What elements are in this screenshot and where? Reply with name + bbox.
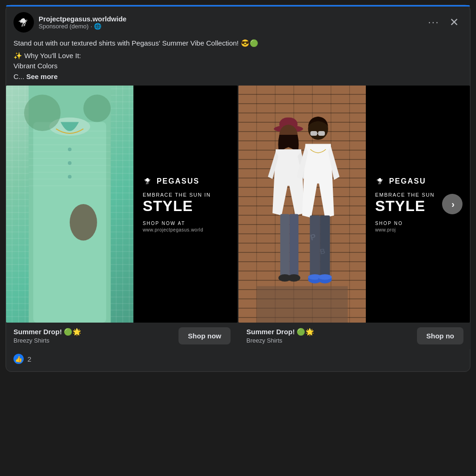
reactions-bar: 👍 2 — [6, 349, 470, 366]
pegasus-small-icon-2 — [375, 176, 385, 186]
tagline-big-2: STYLE — [375, 198, 425, 213]
product-info-2: Summer Drop! 🟢🌟 Breezy Shirts — [246, 328, 314, 344]
carousel-item-inner-2: P B PEGASU — [238, 86, 470, 323]
shop-now-button-1[interactable]: Shop now — [178, 327, 231, 344]
brand-logo-row-2: PEGASU — [375, 176, 426, 186]
reaction-count: 2 — [27, 355, 31, 363]
post-line1: Stand out with our textured shirts with … — [13, 38, 463, 49]
couple-photo: P B — [238, 86, 366, 323]
svg-line-19 — [146, 182, 146, 184]
post-line4: C... See more — [13, 72, 463, 82]
svg-point-7 — [70, 204, 97, 240]
brand-logo-avatar — [16, 15, 31, 30]
svg-point-5 — [68, 161, 72, 165]
next-chevron-icon: › — [451, 199, 455, 210]
product-info-1: Summer Drop! 🟢🌟 Breezy Shirts — [13, 328, 81, 344]
svg-point-18 — [83, 95, 111, 122]
shirt-photo-1 — [6, 86, 133, 323]
svg-rect-23 — [257, 286, 348, 323]
svg-rect-28 — [289, 214, 298, 278]
carousel-item-inner-1: PEGASUS EMBRACE THE SUN IN STYLE SHOP NO… — [6, 86, 238, 323]
dot-separator: · — [91, 23, 93, 30]
product-title-1: Summer Drop! 🟢🌟 — [13, 328, 81, 336]
tagline-big-1: STYLE — [143, 198, 193, 213]
product-subtitle-2: Breezy Shirts — [246, 337, 314, 344]
tagline-small-2: EMBRACE THE SUN — [375, 192, 435, 198]
brand-name-2: PEGASU — [389, 177, 426, 185]
more-options-button[interactable]: ··· — [424, 14, 443, 30]
product-label-2: Summer Drop! 🟢🌟 Breezy Shirts Shop no — [239, 323, 471, 349]
svg-point-30 — [288, 274, 300, 282]
post-line3: Vibrant Colors — [13, 61, 463, 72]
post-line2: ✨ Why You'll Love It: — [13, 51, 463, 61]
header-info: Projectpegasus.worldwide Sponsored (demo… — [39, 15, 420, 30]
product-labels: Summer Drop! 🟢🌟 Breezy Shirts Shop now S… — [6, 323, 470, 349]
image-carousel: PEGASUS EMBRACE THE SUN IN STYLE SHOP NO… — [6, 86, 470, 323]
website-label-2: www.proj — [375, 227, 396, 232]
svg-point-37 — [318, 274, 331, 280]
shop-label-2: SHOP NO — [375, 221, 403, 226]
svg-point-17 — [24, 95, 60, 131]
product-subtitle-1: Breezy Shirts — [13, 337, 81, 344]
sponsored-text: Sponsored (demo) — [39, 23, 89, 30]
globe-icon: 🌐 — [94, 23, 101, 30]
header: Projectpegasus.worldwide Sponsored (demo… — [6, 7, 470, 36]
shop-now-button-2[interactable]: Shop no — [417, 327, 463, 344]
see-more-link[interactable]: See more — [26, 73, 58, 80]
svg-point-6 — [68, 175, 72, 178]
svg-line-43 — [378, 182, 379, 184]
svg-line-45 — [380, 182, 381, 184]
post-text: Stand out with our textured shirts with … — [6, 36, 470, 86]
svg-rect-27 — [280, 214, 290, 278]
svg-rect-32 — [310, 216, 320, 279]
svg-line-21 — [148, 182, 148, 184]
text-truncated: C... — [13, 73, 24, 80]
shirt-illustration — [6, 86, 133, 323]
account-name[interactable]: Projectpegasus.worldwide — [39, 15, 420, 23]
svg-rect-38 — [311, 131, 317, 136]
next-carousel-button[interactable]: › — [442, 194, 463, 214]
website-label-1: www.projectpegasus.world — [143, 227, 203, 232]
close-button[interactable]: ✕ — [446, 14, 463, 31]
carousel-item-1: PEGASUS EMBRACE THE SUN IN STYLE SHOP NO… — [6, 86, 238, 323]
ad-card: Projectpegasus.worldwide Sponsored (demo… — [6, 5, 470, 372]
product-label-1: Summer Drop! 🟢🌟 Breezy Shirts Shop now — [6, 323, 238, 349]
svg-point-4 — [68, 147, 72, 151]
pegasus-small-icon — [143, 176, 153, 186]
thumbs-up-icon: 👍 — [15, 356, 22, 363]
shop-label-1: SHOP NOW AT — [143, 221, 185, 226]
brand-logo-row-1: PEGASUS — [143, 176, 199, 186]
sponsored-row: Sponsored (demo) · 🌐 — [39, 23, 420, 30]
brand-name-1: PEGASUS — [157, 177, 199, 185]
product-title-2: Summer Drop! 🟢🌟 — [246, 328, 314, 336]
brand-panel-1: PEGASUS EMBRACE THE SUN IN STYLE SHOP NO… — [133, 86, 238, 323]
avatar[interactable] — [13, 12, 34, 33]
tagline-small-1: EMBRACE THE SUN IN — [143, 192, 211, 198]
header-actions: ··· ✕ — [424, 14, 463, 31]
like-reaction-icon[interactable]: 👍 — [13, 354, 24, 364]
couple-illustration: P B — [238, 86, 366, 323]
svg-line-44 — [379, 182, 380, 184]
svg-rect-39 — [318, 131, 325, 136]
svg-line-20 — [147, 182, 147, 184]
carousel-item-2: P B PEGASU — [238, 86, 470, 323]
